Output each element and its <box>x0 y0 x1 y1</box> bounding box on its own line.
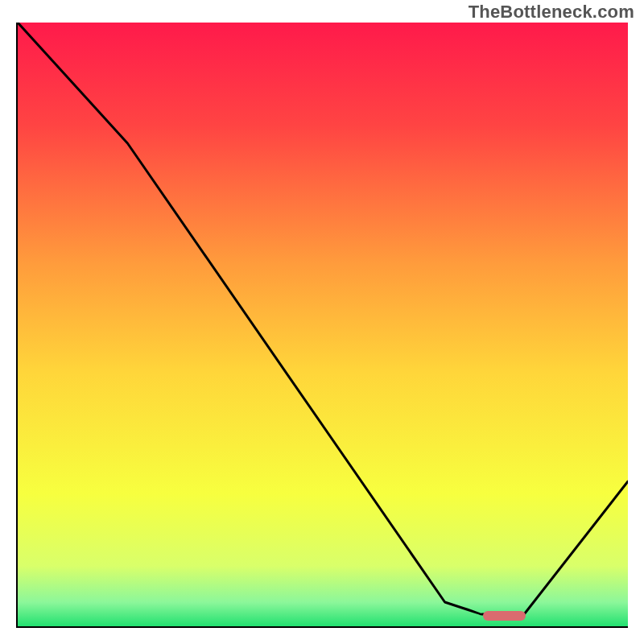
optimal-range-marker <box>483 611 526 621</box>
chart-curve <box>18 23 628 626</box>
watermark-text: TheBottleneck.com <box>469 2 634 23</box>
chart-container: TheBottleneck.com <box>0 0 644 644</box>
chart-plot-area <box>16 23 628 628</box>
